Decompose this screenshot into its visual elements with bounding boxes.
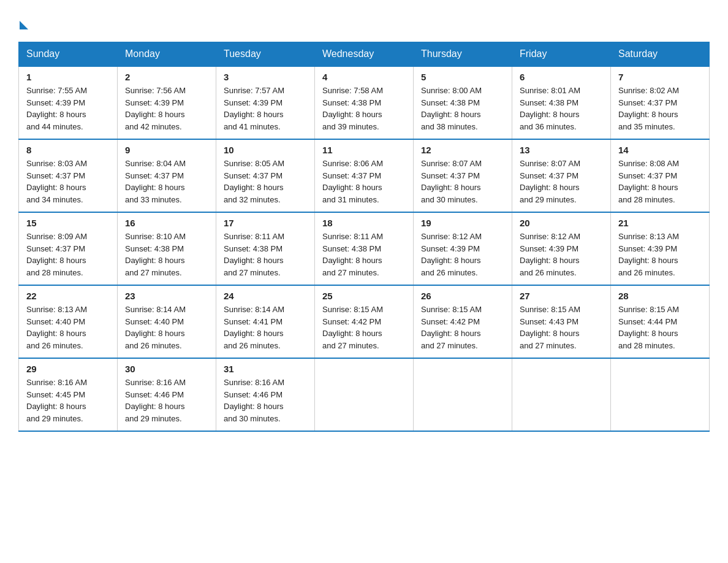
calendar-cell: 8 Sunrise: 8:03 AMSunset: 4:37 PMDayligh… <box>19 139 118 212</box>
day-info: Sunrise: 8:07 AMSunset: 4:37 PMDaylight:… <box>520 158 603 205</box>
day-info: Sunrise: 8:14 AMSunset: 4:40 PMDaylight:… <box>125 304 208 351</box>
day-number: 19 <box>421 218 504 228</box>
week-row-4: 22 Sunrise: 8:13 AMSunset: 4:40 PMDaylig… <box>19 285 710 358</box>
week-row-5: 29 Sunrise: 8:16 AMSunset: 4:45 PMDaylig… <box>19 358 710 431</box>
calendar-cell: 23 Sunrise: 8:14 AMSunset: 4:40 PMDaylig… <box>118 285 216 358</box>
calendar-cell: 21 Sunrise: 8:13 AMSunset: 4:39 PMDaylig… <box>611 212 710 285</box>
day-number: 10 <box>224 145 307 155</box>
calendar-cell: 5 Sunrise: 8:00 AMSunset: 4:38 PMDayligh… <box>414 66 512 139</box>
calendar-cell: 14 Sunrise: 8:08 AMSunset: 4:37 PMDaylig… <box>611 139 710 212</box>
day-info: Sunrise: 8:06 AMSunset: 4:37 PMDaylight:… <box>322 158 406 205</box>
calendar-cell <box>512 358 611 431</box>
day-header-sunday: Sunday <box>19 42 118 67</box>
day-number: 13 <box>520 145 603 155</box>
day-info: Sunrise: 8:11 AMSunset: 4:38 PMDaylight:… <box>322 231 406 278</box>
day-number: 2 <box>125 72 208 82</box>
day-header-wednesday: Wednesday <box>315 42 414 67</box>
day-number: 26 <box>421 291 504 301</box>
calendar-cell: 9 Sunrise: 8:04 AMSunset: 4:37 PMDayligh… <box>118 139 216 212</box>
calendar-cell: 7 Sunrise: 8:02 AMSunset: 4:37 PMDayligh… <box>611 66 710 139</box>
week-row-1: 1 Sunrise: 7:55 AMSunset: 4:39 PMDayligh… <box>19 66 710 139</box>
calendar-cell: 6 Sunrise: 8:01 AMSunset: 4:38 PMDayligh… <box>512 66 611 139</box>
day-number: 21 <box>618 218 702 228</box>
calendar-cell: 10 Sunrise: 8:05 AMSunset: 4:37 PMDaylig… <box>216 139 315 212</box>
day-info: Sunrise: 8:07 AMSunset: 4:37 PMDaylight:… <box>421 158 504 205</box>
day-info: Sunrise: 8:00 AMSunset: 4:38 PMDaylight:… <box>421 85 504 132</box>
day-info: Sunrise: 7:56 AMSunset: 4:39 PMDaylight:… <box>125 85 208 132</box>
calendar-table: SundayMondayTuesdayWednesdayThursdayFrid… <box>18 42 710 432</box>
day-number: 23 <box>125 291 208 301</box>
day-info: Sunrise: 8:15 AMSunset: 4:42 PMDaylight:… <box>421 304 504 351</box>
day-number: 25 <box>322 291 406 301</box>
day-info: Sunrise: 8:02 AMSunset: 4:37 PMDaylight:… <box>618 85 702 132</box>
calendar-cell: 22 Sunrise: 8:13 AMSunset: 4:40 PMDaylig… <box>19 285 118 358</box>
day-number: 29 <box>26 364 110 374</box>
day-info: Sunrise: 8:12 AMSunset: 4:39 PMDaylight:… <box>421 231 504 278</box>
day-number: 12 <box>421 145 504 155</box>
week-row-2: 8 Sunrise: 8:03 AMSunset: 4:37 PMDayligh… <box>19 139 710 212</box>
calendar-cell <box>315 358 414 431</box>
day-number: 31 <box>224 364 307 374</box>
day-info: Sunrise: 8:08 AMSunset: 4:37 PMDaylight:… <box>618 158 702 205</box>
calendar-cell: 18 Sunrise: 8:11 AMSunset: 4:38 PMDaylig… <box>315 212 414 285</box>
calendar-cell <box>611 358 710 431</box>
day-number: 24 <box>224 291 307 301</box>
calendar-cell: 2 Sunrise: 7:56 AMSunset: 4:39 PMDayligh… <box>118 66 216 139</box>
day-number: 6 <box>520 72 603 82</box>
day-header-friday: Friday <box>512 42 611 67</box>
day-info: Sunrise: 8:13 AMSunset: 4:40 PMDaylight:… <box>26 304 110 351</box>
day-info: Sunrise: 8:04 AMSunset: 4:37 PMDaylight:… <box>125 158 208 205</box>
day-number: 28 <box>618 291 702 301</box>
day-info: Sunrise: 8:14 AMSunset: 4:41 PMDaylight:… <box>224 304 307 351</box>
day-number: 5 <box>421 72 504 82</box>
calendar-cell: 12 Sunrise: 8:07 AMSunset: 4:37 PMDaylig… <box>414 139 512 212</box>
day-header-thursday: Thursday <box>414 42 512 67</box>
day-number: 15 <box>26 218 110 228</box>
calendar-cell: 13 Sunrise: 8:07 AMSunset: 4:37 PMDaylig… <box>512 139 611 212</box>
day-header-saturday: Saturday <box>611 42 710 67</box>
day-info: Sunrise: 8:03 AMSunset: 4:37 PMDaylight:… <box>26 158 110 205</box>
logo <box>18 18 28 29</box>
day-number: 11 <box>322 145 406 155</box>
calendar-cell: 11 Sunrise: 8:06 AMSunset: 4:37 PMDaylig… <box>315 139 414 212</box>
calendar-cell: 19 Sunrise: 8:12 AMSunset: 4:39 PMDaylig… <box>414 212 512 285</box>
day-info: Sunrise: 8:15 AMSunset: 4:43 PMDaylight:… <box>520 304 603 351</box>
day-info: Sunrise: 8:11 AMSunset: 4:38 PMDaylight:… <box>224 231 307 278</box>
day-number: 1 <box>26 72 110 82</box>
calendar-cell: 24 Sunrise: 8:14 AMSunset: 4:41 PMDaylig… <box>216 285 315 358</box>
calendar-cell: 31 Sunrise: 8:16 AMSunset: 4:46 PMDaylig… <box>216 358 315 431</box>
day-number: 22 <box>26 291 110 301</box>
calendar-cell: 4 Sunrise: 7:58 AMSunset: 4:38 PMDayligh… <box>315 66 414 139</box>
calendar-cell: 27 Sunrise: 8:15 AMSunset: 4:43 PMDaylig… <box>512 285 611 358</box>
day-number: 30 <box>125 364 208 374</box>
calendar-cell: 20 Sunrise: 8:12 AMSunset: 4:39 PMDaylig… <box>512 212 611 285</box>
days-header-row: SundayMondayTuesdayWednesdayThursdayFrid… <box>19 42 710 67</box>
calendar-cell: 28 Sunrise: 8:15 AMSunset: 4:44 PMDaylig… <box>611 285 710 358</box>
day-info: Sunrise: 7:55 AMSunset: 4:39 PMDaylight:… <box>26 85 110 132</box>
day-info: Sunrise: 8:16 AMSunset: 4:45 PMDaylight:… <box>26 377 110 424</box>
day-number: 4 <box>322 72 406 82</box>
day-number: 9 <box>125 145 208 155</box>
day-info: Sunrise: 7:57 AMSunset: 4:39 PMDaylight:… <box>224 85 307 132</box>
day-number: 18 <box>322 218 406 228</box>
day-info: Sunrise: 8:12 AMSunset: 4:39 PMDaylight:… <box>520 231 603 278</box>
logo-triangle-icon <box>20 21 28 29</box>
day-info: Sunrise: 8:16 AMSunset: 4:46 PMDaylight:… <box>224 377 307 424</box>
day-number: 3 <box>224 72 307 82</box>
day-number: 27 <box>520 291 603 301</box>
page-header <box>18 18 710 29</box>
day-info: Sunrise: 8:15 AMSunset: 4:44 PMDaylight:… <box>618 304 702 351</box>
day-info: Sunrise: 8:16 AMSunset: 4:46 PMDaylight:… <box>125 377 208 424</box>
day-number: 8 <box>26 145 110 155</box>
day-info: Sunrise: 8:09 AMSunset: 4:37 PMDaylight:… <box>26 231 110 278</box>
day-header-tuesday: Tuesday <box>216 42 315 67</box>
day-number: 16 <box>125 218 208 228</box>
calendar-cell: 1 Sunrise: 7:55 AMSunset: 4:39 PMDayligh… <box>19 66 118 139</box>
day-info: Sunrise: 8:13 AMSunset: 4:39 PMDaylight:… <box>618 231 702 278</box>
day-header-monday: Monday <box>118 42 216 67</box>
day-info: Sunrise: 8:05 AMSunset: 4:37 PMDaylight:… <box>224 158 307 205</box>
calendar-cell: 16 Sunrise: 8:10 AMSunset: 4:38 PMDaylig… <box>118 212 216 285</box>
calendar-cell: 26 Sunrise: 8:15 AMSunset: 4:42 PMDaylig… <box>414 285 512 358</box>
calendar-cell: 15 Sunrise: 8:09 AMSunset: 4:37 PMDaylig… <box>19 212 118 285</box>
calendar-cell: 17 Sunrise: 8:11 AMSunset: 4:38 PMDaylig… <box>216 212 315 285</box>
